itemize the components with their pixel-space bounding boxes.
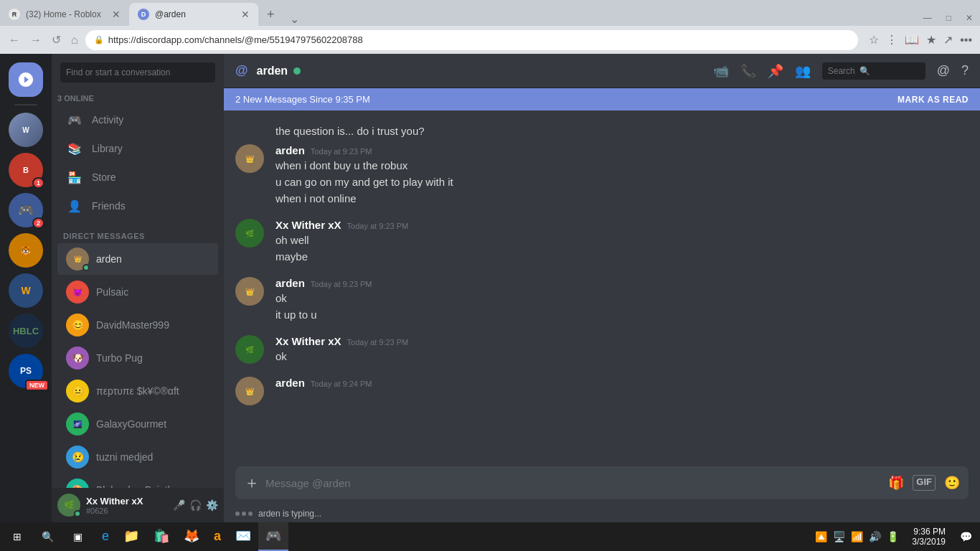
- dm-nav-store[interactable]: 🏪 Store: [57, 163, 218, 192]
- clock-time: 9:36 PM: [912, 527, 946, 537]
- message-input[interactable]: [265, 469, 882, 497]
- forward-button[interactable]: →: [27, 31, 44, 50]
- tab-discord[interactable]: D @arden ✕: [129, 3, 258, 26]
- dm-item-pulsaic[interactable]: 😈 Pulsaic: [57, 276, 218, 308]
- dm-item-blubvrd[interactable]: 🎨 Blubvrd or Paintbru...: [57, 474, 218, 488]
- library-label: Library: [92, 143, 123, 154]
- taskbar-app-mail[interactable]: ✉️: [228, 522, 258, 551]
- back-button[interactable]: ←: [6, 31, 23, 50]
- tab-dropdown-button[interactable]: ⌄: [290, 12, 299, 26]
- dm-item-galaxygourmet[interactable]: 🌌 GalaxyGourmet: [57, 408, 218, 440]
- gif-button[interactable]: GIF: [913, 475, 936, 491]
- video-call-icon[interactable]: 📹: [713, 63, 729, 79]
- dm-item-arden[interactable]: 👑 arden: [57, 243, 218, 275]
- message-text: when i not online: [275, 191, 969, 206]
- taskbar-app-amazon[interactable]: a: [207, 522, 228, 551]
- dm-item-davidmaster[interactable]: 😊 DavidMaster999: [57, 309, 218, 341]
- taskbar-app-explorer[interactable]: 📁: [116, 522, 146, 551]
- window-controls: — □ ✕: [916, 10, 980, 26]
- new-tab-button[interactable]: +: [258, 3, 287, 26]
- gift-icon[interactable]: 🎁: [888, 475, 904, 491]
- reload-button[interactable]: ↺: [49, 30, 64, 50]
- taskbar: ⊞ 🔍 ▣ e 📁 🛍️ 🦊 a ✉️ 🎮 🔼 🖥️ 📶 🔊 🔋: [0, 522, 980, 551]
- close-button[interactable]: ✕: [958, 10, 980, 26]
- tab-close-roblox[interactable]: ✕: [112, 9, 121, 20]
- server-icon-6[interactable]: HBLC: [9, 314, 43, 348]
- deafen-button[interactable]: 🎧: [189, 499, 202, 511]
- voice-call-icon[interactable]: 📞: [740, 63, 756, 79]
- dm-sidebar: 3 ONLINE 🎮 Activity 📚 Library 🏪 Store 👤 …: [52, 54, 224, 522]
- server-icon-3[interactable]: 🎮 2: [9, 193, 43, 227]
- server-icon-4[interactable]: 🐯: [9, 233, 43, 268]
- dm-avatar-galaxygourmet: 🌌: [66, 413, 89, 435]
- message-header: arden Today at 9:23 PM: [275, 277, 969, 289]
- dm-nav-activity[interactable]: 🎮 Activity: [57, 105, 218, 134]
- dm-item-tuzni[interactable]: 😢 tuzni medjed: [57, 441, 218, 473]
- dm-name-neptune: πεpτυπε $k¥©®αft: [96, 385, 179, 397]
- mark-as-read-button[interactable]: MARK AS READ: [897, 95, 969, 105]
- message-text: ok: [275, 291, 969, 306]
- members-icon[interactable]: 👥: [795, 63, 811, 79]
- server-icon-2[interactable]: B 1: [9, 153, 43, 187]
- tray-expand-icon[interactable]: 🔼: [814, 529, 829, 544]
- server-icon-7[interactable]: PS NEW: [9, 354, 43, 388]
- browser-actions: ☆ ⋮ 📖 ★ ↗ •••: [867, 31, 974, 49]
- server-icon-1[interactable]: W: [9, 113, 43, 147]
- dm-avatar-blubvrd: 🎨: [66, 479, 89, 488]
- message-content: arden Today at 9:23 PM ok it up to u: [275, 277, 969, 324]
- volume-icon[interactable]: 🔊: [867, 529, 882, 544]
- notification-button[interactable]: 💬: [951, 522, 980, 551]
- taskbar-app-store[interactable]: 🛍️: [146, 522, 176, 551]
- message-timestamp: Today at 9:23 PM: [311, 280, 372, 288]
- home-button[interactable]: ⌂: [68, 31, 81, 50]
- minimize-button[interactable]: —: [916, 10, 939, 26]
- task-view-button[interactable]: ▣: [63, 522, 92, 551]
- settings-button[interactable]: ⚙️: [206, 499, 218, 511]
- pin-icon[interactable]: 📌: [768, 63, 783, 79]
- input-actions: 🎁 GIF 🙂: [888, 475, 960, 491]
- address-bar[interactable]: 🔒 https://discordapp.com/channels/@me/55…: [85, 30, 859, 50]
- dm-nav-library[interactable]: 📚 Library: [57, 134, 218, 163]
- taskbar-app-roblox[interactable]: 🎮: [258, 522, 288, 551]
- mute-button[interactable]: 🎤: [173, 499, 185, 511]
- discord-home-button[interactable]: [9, 62, 43, 97]
- friends-icon: 👤: [66, 197, 83, 215]
- dm-search-input[interactable]: [60, 62, 215, 83]
- new-messages-banner: 2 New Messages Since 9:35 PM MARK AS REA…: [224, 88, 980, 110]
- friends-label: Friends: [92, 200, 126, 212]
- typing-text: arden is typing...: [258, 509, 321, 519]
- server-icon-5[interactable]: W: [9, 273, 43, 308]
- message-text: u can go on my and get to play with it: [275, 174, 969, 189]
- more-button[interactable]: •••: [958, 31, 974, 49]
- taskbar-clock[interactable]: 9:36 PM 3/3/2019: [906, 527, 951, 547]
- extensions-button[interactable]: ⋮: [884, 31, 900, 49]
- reader-button[interactable]: 📖: [903, 31, 921, 49]
- bookmark-button[interactable]: ☆: [867, 31, 881, 49]
- tab-close-discord[interactable]: ✕: [241, 9, 250, 20]
- chat-username: arden: [257, 65, 288, 77]
- table-row: 👑 arden Today at 9:24 PM: [224, 374, 980, 408]
- tab-roblox[interactable]: R (32) Home - Roblox ✕: [0, 3, 129, 26]
- favorite-button[interactable]: ★: [924, 31, 938, 49]
- wifi-icon[interactable]: 📶: [849, 529, 864, 544]
- new-badge: NEW: [25, 380, 49, 391]
- dm-online-dot-arden: [83, 264, 90, 271]
- network-icon[interactable]: 🖥️: [831, 529, 847, 544]
- dm-nav-friends[interactable]: 👤 Friends: [57, 192, 218, 220]
- emoji-button[interactable]: 🙂: [944, 475, 960, 491]
- search-button[interactable]: 🔍: [33, 522, 62, 551]
- share-button[interactable]: ↗: [941, 31, 955, 49]
- taskbar-app-edge[interactable]: e: [95, 522, 116, 551]
- chat-search[interactable]: Search 🔍: [822, 62, 925, 80]
- dm-item-neptune[interactable]: 😐 πεpτυπε $k¥©®αft: [57, 375, 218, 407]
- add-file-button[interactable]: ＋: [244, 466, 260, 499]
- maximize-button[interactable]: □: [939, 10, 958, 26]
- at-icon[interactable]: @: [937, 63, 950, 78]
- servers-sidebar: W B 1 🎮 2 🐯 W HBLC PS NEW: [0, 54, 52, 522]
- help-icon[interactable]: ?: [961, 63, 969, 78]
- start-button[interactable]: ⊞: [3, 522, 32, 551]
- battery-icon[interactable]: 🔋: [885, 529, 900, 544]
- dm-avatar-arden: 👑: [66, 248, 89, 270]
- dm-item-turbopug[interactable]: 🐶 Turbo Pug: [57, 342, 218, 374]
- taskbar-app-firefox[interactable]: 🦊: [176, 522, 207, 551]
